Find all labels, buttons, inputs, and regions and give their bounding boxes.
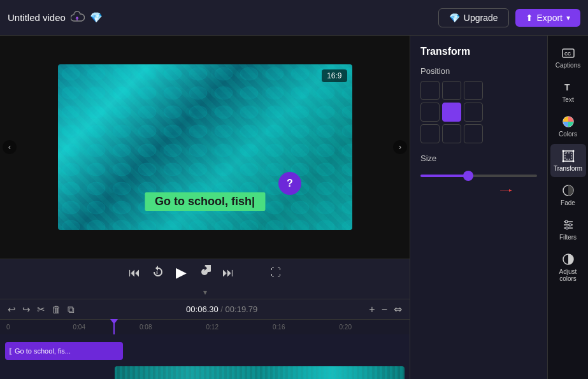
- export-button[interactable]: ⬆ Export ▾: [515, 9, 580, 27]
- playhead[interactable]: [113, 320, 115, 334]
- icon-bar: CC Captions T Text Colors: [547, 36, 588, 379]
- fit-to-window-button[interactable]: ⇔: [394, 303, 402, 315]
- colors-label: Colors: [559, 131, 577, 138]
- zoom-in-button[interactable]: +: [369, 304, 375, 315]
- ruler-mark-2: 0:08: [138, 324, 205, 331]
- caption-overlay: Go to school, fish|: [145, 192, 265, 211]
- time-display: 00:06.30 / 00:19.79: [186, 304, 257, 314]
- upgrade-gem-icon: 💎: [449, 13, 460, 23]
- timeline-ruler: 0 0:04 0:08 0:12 0:16 0:20: [0, 319, 410, 334]
- ruler-mark-1: 0:04: [72, 324, 139, 331]
- forward-5s-button[interactable]: 5: [198, 265, 211, 281]
- svg-point-27: [566, 227, 568, 229]
- sidebar-item-filters[interactable]: Filters: [550, 213, 586, 246]
- sidebar-item-adjust-colors[interactable]: Adjust colors: [550, 247, 586, 287]
- rewind-5s-button[interactable]: 5: [152, 265, 164, 281]
- video-background: Go to school, fish|: [58, 64, 352, 230]
- main-body: ‹: [0, 36, 588, 379]
- svg-text:5: 5: [156, 271, 159, 275]
- position-cell-5[interactable]: [464, 103, 483, 122]
- undo-button[interactable]: ↩: [8, 304, 16, 315]
- svg-point-26: [569, 224, 571, 226]
- sidebar-item-captions[interactable]: CC Captions: [550, 41, 586, 74]
- position-label: Position: [420, 66, 537, 76]
- video-track-pattern: [115, 366, 405, 379]
- text-icon: T: [561, 80, 575, 94]
- cloud-icon: [71, 11, 85, 25]
- video-track[interactable]: [115, 366, 405, 379]
- header: Untitled video 💎 💎 Upgrade ⬆ Export ▾: [0, 0, 588, 36]
- svg-point-25: [565, 220, 568, 223]
- center-area: ‹: [0, 36, 410, 379]
- fullscreen-button[interactable]: ⛶: [271, 267, 281, 278]
- duplicate-button[interactable]: ⧉: [68, 304, 75, 315]
- position-cell-3[interactable]: [420, 103, 440, 122]
- transform-icon: [561, 149, 575, 163]
- gem-icon: 💎: [90, 11, 103, 24]
- svg-text:T: T: [564, 82, 570, 92]
- sidebar-item-transform[interactable]: Transform: [550, 144, 586, 177]
- sidebar-item-fade[interactable]: Fade: [550, 178, 586, 211]
- zoom-out-button[interactable]: −: [382, 304, 387, 315]
- size-slider[interactable]: [420, 175, 537, 177]
- video-preview-area: ‹: [0, 36, 410, 259]
- ruler-marks: 0 0:04 0:08 0:12 0:16 0:20: [5, 324, 405, 331]
- timeline-toolbar: ↩ ↪ ✂ 🗑 ⧉ 00:06.30 / 00:19.79 + − ⇔: [0, 299, 410, 319]
- svg-point-15: [562, 150, 564, 152]
- export-upload-icon: ⬆: [526, 13, 533, 23]
- caption-track[interactable]: ⟦ Go to school, fis...: [5, 342, 123, 360]
- ruler-mark-0: 0: [5, 324, 72, 331]
- help-button[interactable]: ?: [278, 172, 301, 195]
- right-panel: Transform Position Size: [410, 36, 588, 379]
- cut-button[interactable]: ✂: [37, 304, 45, 315]
- svg-rect-14: [565, 153, 571, 159]
- skip-end-button[interactable]: ⏭: [222, 266, 234, 280]
- export-chevron-icon: ▾: [566, 13, 570, 22]
- size-section: Size: [420, 154, 537, 180]
- prev-scene-button[interactable]: ‹: [3, 140, 17, 154]
- position-cell-7[interactable]: [442, 124, 461, 143]
- size-label: Size: [420, 154, 537, 163]
- captions-label: Captions: [556, 62, 580, 69]
- position-cell-4[interactable]: [442, 103, 461, 122]
- next-scene-button[interactable]: ›: [393, 140, 407, 154]
- captions-icon: CC: [561, 46, 575, 60]
- delete-button[interactable]: 🗑: [52, 304, 61, 315]
- aspect-ratio-badge: 16:9: [322, 69, 347, 82]
- ruler-mark-4: 0:16: [271, 324, 338, 331]
- position-cell-2[interactable]: [464, 81, 483, 100]
- transform-panel: Transform Position Size: [410, 36, 547, 379]
- adjust-colors-label: Adjust colors: [553, 268, 584, 282]
- redo-button[interactable]: ↪: [22, 304, 31, 315]
- playback-controls: ⏮ 5 ▶ 5 ⏭ ⛶: [0, 259, 410, 286]
- position-cell-8[interactable]: [464, 124, 483, 143]
- svg-point-16: [572, 150, 574, 152]
- text-label: Text: [562, 96, 573, 103]
- svg-point-18: [572, 161, 574, 162]
- upgrade-button[interactable]: 💎 Upgrade: [438, 8, 509, 27]
- header-right: 💎 Upgrade ⬆ Export ▾: [438, 8, 580, 27]
- position-cell-1[interactable]: [442, 81, 461, 100]
- fade-label: Fade: [561, 199, 575, 206]
- adjust-colors-icon: [561, 252, 575, 266]
- position-cell-6[interactable]: [420, 124, 440, 143]
- panel-title: Transform: [420, 46, 537, 57]
- sidebar-item-colors[interactable]: Colors: [550, 110, 586, 143]
- chevron-down-icon: ▾: [203, 288, 207, 297]
- video-container: Go to school, fish| 16:9: [58, 64, 352, 230]
- svg-point-17: [562, 161, 564, 162]
- collapse-panel-button[interactable]: ▾: [0, 286, 410, 299]
- playhead-head: [110, 319, 118, 324]
- position-grid: [420, 81, 537, 143]
- svg-rect-13: [563, 151, 573, 161]
- project-title: Untitled video: [8, 12, 66, 23]
- ruler-mark-5: 0:20: [338, 324, 405, 331]
- sidebar-item-text[interactable]: T Text: [550, 75, 586, 108]
- colors-icon: [561, 115, 575, 129]
- position-cell-0[interactable]: [420, 81, 440, 100]
- svg-text:CC: CC: [564, 52, 571, 56]
- size-slider-container: [420, 168, 537, 180]
- skip-start-button[interactable]: ⏮: [129, 266, 140, 280]
- ruler-mark-3: 0:12: [205, 324, 272, 331]
- play-button[interactable]: ▶: [176, 264, 187, 281]
